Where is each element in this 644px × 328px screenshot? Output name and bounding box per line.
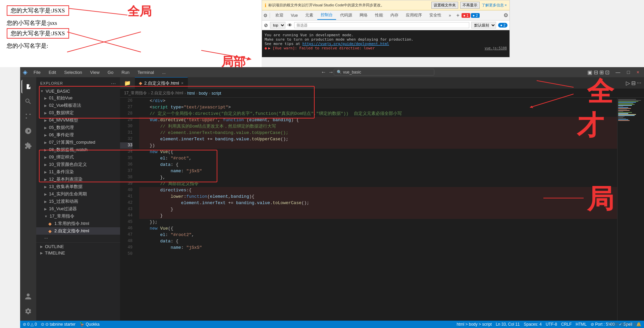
set-root-btn[interactable]: 设置根文件夹 [431, 2, 458, 9]
layout-icon-3[interactable]: ⊞ [599, 69, 604, 76]
status-line-ending[interactable]: CRLF [561, 322, 572, 327]
menu-go[interactable]: Go [106, 70, 115, 75]
toolbar-block-icon[interactable]: ⊘ [264, 22, 268, 28]
ln-44: 44 [120, 213, 132, 219]
status-spaces[interactable]: Spaces: 4 [524, 322, 542, 327]
tab-memory[interactable]: 内存 [387, 11, 402, 19]
status-path[interactable]: html > body > script [457, 322, 492, 327]
tab-close-icon[interactable]: × [181, 81, 183, 86]
tree-file-2[interactable]: ◆ 2.自定义指令.html [36, 227, 120, 235]
local-annotation-label: 局部 [221, 54, 246, 70]
menu-file[interactable]: File [32, 70, 43, 75]
status-position[interactable]: Ln 33, Col 11 [496, 322, 520, 327]
divider [270, 13, 270, 18]
tree-item-02[interactable]: ▶ 02_Vue模板语法 [36, 102, 120, 109]
minimize-btn[interactable]: — [613, 69, 622, 75]
tree-root[interactable]: ▼ VUE_BASIC [36, 88, 120, 94]
tree-item-13[interactable]: ▶ 13_收集表单数据 [36, 183, 120, 190]
layout-icon-4[interactable]: ⊡ [605, 69, 609, 76]
learn-more-link[interactable]: 了解更多信息 × [482, 3, 507, 8]
code-content[interactable]: </div> <script type="text/javascript"> /… [135, 98, 617, 321]
tree-item-15[interactable]: ▶ 15_过渡和动画 [36, 198, 120, 205]
tab-more[interactable]: » [445, 12, 454, 19]
status-encoding[interactable]: UTF-8 [546, 322, 557, 327]
maximize-btn[interactable]: □ [625, 69, 632, 75]
debug-activity-icon[interactable] [21, 124, 35, 138]
tree-file-1[interactable]: ◆ 1.常用的指令.html [36, 220, 120, 227]
ln-34: 34 [120, 149, 132, 155]
vscode-search-box[interactable]: 🔍 vue_basic [334, 69, 434, 76]
add-tab-btn[interactable]: + [457, 12, 460, 18]
tab-network[interactable]: 网络 [356, 11, 371, 19]
tree-item-09[interactable]: ▶ 09_绑定样式 [36, 153, 120, 161]
tab-elements[interactable]: 元素 [302, 11, 317, 19]
menu-edit[interactable]: Edit [47, 70, 58, 75]
filter-input[interactable] [294, 22, 469, 28]
layout-icon-1[interactable]: ▣ [587, 69, 592, 76]
menu-more[interactable]: ... [160, 70, 168, 75]
tree-item-05[interactable]: ▶ 05_数据代理 [36, 124, 120, 131]
ln-36: 36 [120, 161, 132, 168]
menu-terminal[interactable]: Terminal [136, 70, 156, 75]
tree-item-11[interactable]: ▶ 11_条件渲染 [36, 168, 120, 176]
account-icon[interactable] [21, 290, 35, 303]
tree-item-10[interactable]: ▶ 10_背景颜色自定义 [36, 161, 120, 168]
outline-section[interactable]: ▶ OUTLINE [36, 242, 120, 250]
status-tabnine[interactable]: ⊙ ⊙ tabnine starter [41, 322, 75, 327]
tab-security[interactable]: 安全性 [426, 11, 445, 19]
ln-50: 50 [120, 251, 132, 257]
search-activity-icon[interactable] [21, 95, 35, 108]
tree-item-17[interactable]: ▼ 17_常用指令 [36, 213, 120, 220]
top-selector[interactable]: top [270, 22, 285, 29]
tree-item-03[interactable]: ▶ 03_数据绑定 [36, 109, 120, 116]
close-btn[interactable]: × [635, 69, 641, 75]
settings-icon[interactable]: ⚙ [503, 12, 508, 18]
tree-item-06[interactable]: ▶ 06_事件处理 [36, 131, 120, 139]
extensions-activity-icon[interactable] [21, 139, 35, 152]
tree-more[interactable]: ··· [36, 235, 120, 241]
tree-item-12[interactable]: ▶ 12_基本列表渲染 [36, 176, 120, 183]
tab-performance[interactable]: 性能 [372, 11, 386, 19]
split-icon[interactable]: ⊟ [631, 80, 636, 86]
tab-source[interactable]: 代码源 [337, 11, 356, 19]
tree-item-01[interactable]: ▶ 01_初始Vue [36, 94, 120, 102]
dev-tools-icon[interactable]: ⚙ [263, 13, 268, 18]
deployment-link[interactable]: https://vuejs.org/guide/deployment.html [303, 42, 389, 46]
run-icon[interactable]: ▷ [626, 80, 630, 86]
more-icon[interactable]: ··· [637, 80, 641, 86]
status-language[interactable]: HTML [576, 322, 587, 327]
layout-icon-2[interactable]: ⊟ [594, 69, 598, 76]
breadcrumb-icon[interactable]: 📁 [120, 77, 135, 89]
settings-activity-icon[interactable] [21, 304, 35, 318]
git-activity-icon[interactable] [21, 109, 35, 123]
label-16: 16_Vue过滤器 [49, 206, 77, 212]
forward-btn[interactable]: → [328, 69, 334, 75]
browser-tabs: ⚙ 欢迎 Vue 元素 控制台 代码源 网络 性能 内存 应用程序 安全性 » … [262, 10, 509, 20]
tree-item-16[interactable]: ▶ 16_Vue过滤器 [36, 205, 120, 213]
menu-selection[interactable]: Selection [62, 70, 84, 75]
vscode-right-controls: ▣ ⊟ ⊞ ⊡ [587, 69, 609, 76]
tree-item-07[interactable]: ▶ 07_计算属性_computed [36, 139, 120, 146]
level-selector[interactable]: 默认级别 [471, 22, 496, 29]
tree-item-04[interactable]: ▶ 04_MVVM模型 [36, 116, 120, 124]
dont-show-btn[interactable]: 不再显示 [460, 2, 480, 9]
tab-application[interactable]: 应用程序 [402, 11, 425, 19]
tab-console[interactable]: 控制台 [317, 11, 336, 20]
arrow-14: ▶ [44, 192, 47, 196]
status-errors[interactable]: ⊘ 0 △ 0 [23, 322, 37, 327]
back-btn[interactable]: ← [321, 69, 326, 75]
active-editor-tab[interactable]: ◆ 2.自定义指令.html × [135, 77, 188, 89]
explorer-activity-icon[interactable] [21, 80, 35, 93]
sidebar-more-btn[interactable]: ··· [111, 81, 116, 86]
tree-item-14[interactable]: ▶ 14_实列的生命周期 [36, 190, 120, 198]
code-41: lower:function(element,banding){ [139, 193, 617, 200]
tree-item-08[interactable]: ▶ 08_数据监视_watch [36, 146, 120, 153]
console-line-1: You are running Vue in development mode. [265, 33, 507, 37]
timeline-section[interactable]: ▶ TIMELINE [36, 250, 120, 256]
tab-welcome[interactable]: 欢迎 [272, 11, 287, 19]
tab-vue[interactable]: Vue [287, 12, 301, 19]
eye-icon[interactable]: 👁 [287, 22, 292, 28]
menu-run[interactable]: Run [119, 70, 131, 75]
menu-view[interactable]: View [88, 70, 102, 75]
status-quokka[interactable]: 🦆 Quokka [79, 322, 100, 327]
